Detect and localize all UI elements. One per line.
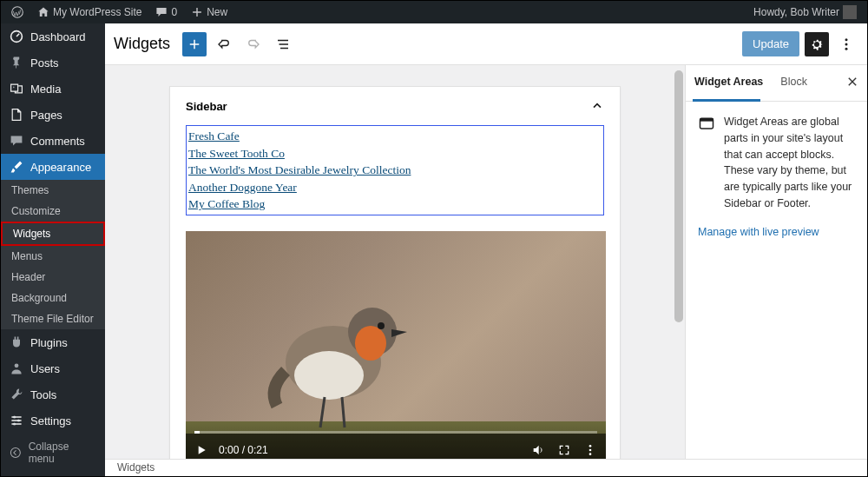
svg-point-8: [845, 38, 848, 41]
sidebar-item-label: Appearance: [30, 161, 91, 174]
submenu-menus[interactable]: Menus: [1, 246, 105, 267]
svg-point-3: [15, 363, 19, 368]
new-content-link[interactable]: New: [186, 6, 233, 18]
block-breadcrumb[interactable]: Widgets: [105, 459, 867, 476]
sidebar-item-appearance[interactable]: Appearance: [1, 154, 105, 180]
add-block-button[interactable]: [182, 32, 207, 56]
update-button[interactable]: Update: [742, 31, 799, 56]
sidebar-item-label: Settings: [30, 414, 71, 427]
rss-link[interactable]: The Sweet Tooth Co: [188, 145, 602, 162]
settings-panel: Widget Areas Block Widget Areas are glob…: [685, 65, 867, 476]
svg-point-7: [10, 448, 20, 458]
site-name-text: My WordPress Site: [53, 6, 141, 18]
list-view-button[interactable]: [271, 32, 295, 56]
svg-point-6: [13, 422, 16, 425]
sidebar-item-tools[interactable]: Tools: [1, 381, 105, 407]
page-title: Widgets: [114, 35, 170, 53]
canvas-scrollbar[interactable]: [673, 65, 685, 476]
sidebar-item-label: Tools: [30, 388, 56, 401]
layout-icon: [698, 116, 715, 133]
sidebar-item-comments[interactable]: Comments: [1, 128, 105, 154]
video-time: 0:00 / 0:21: [219, 444, 268, 456]
video-block[interactable]: 0:00 / 0:21: [186, 231, 606, 467]
submenu-background[interactable]: Background: [1, 288, 105, 308]
svg-point-12: [294, 351, 364, 400]
svg-point-4: [13, 415, 16, 418]
rss-link[interactable]: My Coffee Blog: [188, 195, 602, 213]
rss-link[interactable]: Another Doggone Year: [188, 179, 602, 196]
new-label: New: [207, 6, 227, 18]
rss-block[interactable]: Fresh Cafe The Sweet Tooth Co The World'…: [186, 125, 604, 215]
play-icon[interactable]: [194, 443, 208, 457]
dashboard-icon: [10, 30, 23, 43]
submenu-widgets[interactable]: Widgets: [1, 222, 105, 246]
comment-icon: [155, 6, 168, 18]
tab-block[interactable]: Block: [772, 65, 816, 101]
page-icon: [10, 108, 23, 122]
volume-icon[interactable]: [531, 443, 545, 457]
fullscreen-icon[interactable]: [557, 443, 571, 457]
howdy-user[interactable]: Howdy, Bob Writer: [748, 5, 862, 19]
sidebar-item-pages[interactable]: Pages: [1, 102, 105, 128]
bird-illustration: [233, 258, 416, 432]
user-avatar: [843, 5, 857, 19]
collapse-menu[interactable]: Collapse menu: [1, 434, 105, 472]
sidebar-item-dashboard[interactable]: Dashboard: [1, 23, 105, 50]
widget-areas-description: Widget Areas are global parts in your si…: [724, 114, 855, 212]
editor-toolbar: Widgets Update: [105, 23, 867, 65]
wrench-icon: [10, 388, 23, 401]
tab-widget-areas[interactable]: Widget Areas: [686, 65, 772, 101]
undo-button[interactable]: [212, 32, 236, 56]
svg-point-10: [845, 47, 848, 50]
comment-count: 0: [171, 6, 177, 18]
submenu-theme-file-editor[interactable]: Theme File Editor: [1, 308, 105, 329]
sidebar-item-users[interactable]: Users: [1, 355, 105, 381]
svg-line-17: [342, 397, 345, 427]
site-name-link[interactable]: My WordPress Site: [32, 6, 147, 18]
admin-sidebar: Dashboard Posts Media Pages Comments App…: [1, 23, 105, 476]
svg-point-5: [17, 419, 20, 421]
comments-link[interactable]: 0: [150, 6, 182, 18]
collapse-label: Collapse menu: [29, 441, 96, 465]
sidebar-item-label: Plugins: [30, 336, 68, 349]
svg-point-18: [589, 445, 592, 447]
sidebar-item-posts[interactable]: Posts: [1, 50, 105, 76]
widget-area-header[interactable]: Sidebar: [170, 87, 620, 125]
settings-toggle-button[interactable]: [805, 32, 829, 56]
widget-area-title: Sidebar: [186, 100, 227, 113]
rss-link[interactable]: Fresh Cafe: [188, 128, 602, 145]
redo-button[interactable]: [241, 32, 266, 56]
svg-point-20: [589, 453, 592, 455]
pin-icon: [10, 56, 23, 70]
wp-logo[interactable]: [6, 6, 29, 18]
sidebar-item-settings[interactable]: Settings: [1, 407, 105, 434]
sidebar-item-media[interactable]: Media: [1, 76, 105, 102]
sidebar-item-label: Pages: [30, 109, 62, 122]
appearance-submenu: Themes Customize Widgets Menus Header Ba…: [1, 180, 105, 329]
sliders-icon: [10, 414, 23, 427]
svg-point-2: [13, 87, 15, 89]
widget-area-panel: Sidebar Fresh Cafe The Sweet Tooth Co Th…: [169, 86, 621, 476]
submenu-customize[interactable]: Customize: [1, 201, 105, 222]
submenu-themes[interactable]: Themes: [1, 180, 105, 201]
sidebar-item-label: Comments: [30, 135, 85, 148]
more-vert-icon[interactable]: [583, 443, 597, 457]
plus-icon: [187, 36, 202, 52]
plus-icon: [191, 6, 203, 18]
sidebar-item-label: Media: [30, 83, 61, 96]
close-settings-button[interactable]: [838, 65, 867, 101]
svg-point-9: [845, 43, 848, 45]
admin-bar: My WordPress Site 0 New Howdy, Bob Write…: [1, 1, 867, 23]
plugin-icon: [10, 335, 23, 349]
submenu-header[interactable]: Header: [1, 267, 105, 288]
rss-link[interactable]: The World's Most Desirable Jewelry Colle…: [188, 162, 602, 179]
redo-icon: [246, 36, 261, 52]
howdy-text: Howdy, Bob Writer: [753, 6, 839, 18]
more-options-button[interactable]: [834, 32, 858, 56]
sidebar-item-plugins[interactable]: Plugins: [1, 329, 105, 355]
live-preview-link[interactable]: Manage with live preview: [686, 224, 867, 240]
sidebar-item-label: Posts: [30, 56, 59, 70]
video-progress-bar[interactable]: [194, 431, 597, 434]
sidebar-item-label: Users: [30, 362, 60, 375]
brush-icon: [10, 160, 23, 174]
